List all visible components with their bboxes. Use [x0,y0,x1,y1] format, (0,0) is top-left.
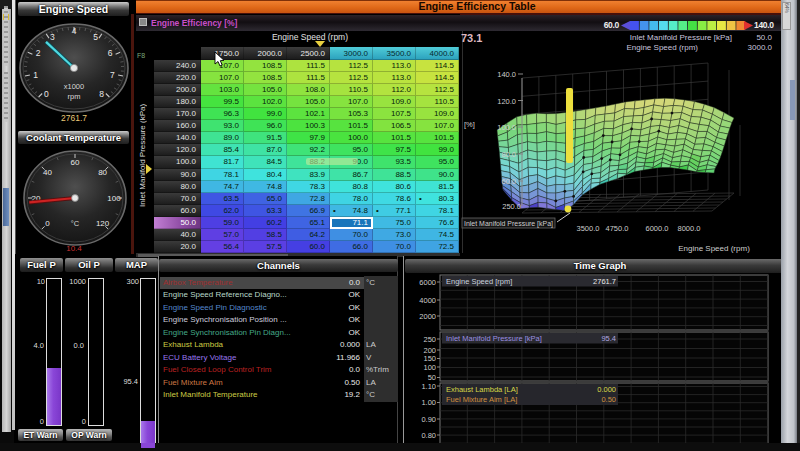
svg-text:Inlet Manifold Pressure [kPa]: Inlet Manifold Pressure [kPa] [464,220,553,228]
svg-text:7: 7 [110,70,115,80]
svg-text:0.90: 0.90 [421,415,436,424]
svg-text:0: 0 [45,219,50,228]
svg-text:6000: 6000 [419,278,436,287]
svg-text:140.0: 140.0 [497,70,516,79]
svg-text:2761.7: 2761.7 [593,277,616,286]
svg-text:8: 8 [99,89,104,99]
svg-text:6000.0: 6000.0 [646,224,669,233]
svg-text:120.0: 120.0 [497,97,516,106]
svg-text:5: 5 [93,32,98,42]
svg-text:100: 100 [107,194,121,203]
svg-text:3500.0: 3500.0 [577,224,600,233]
svg-text:Engine Speed (rpm): Engine Speed (rpm) [678,244,750,253]
svg-text:1.10: 1.10 [421,382,436,391]
svg-text:0.000: 0.000 [597,385,616,394]
svg-text:6: 6 [108,48,113,58]
svg-text:0.50: 0.50 [601,395,616,404]
svg-text:Fuel Mixture Aim [LA]: Fuel Mixture Aim [LA] [446,395,517,404]
svg-text:100.0: 100.0 [497,123,516,132]
svg-text:4000: 4000 [419,296,436,305]
svg-text:rpm: rpm [68,92,81,101]
svg-text:4750.0: 4750.0 [606,224,629,233]
svg-text:x1000: x1000 [64,82,84,91]
svg-text:[%]: [%] [464,120,475,129]
svg-text:60.0: 60.0 [501,177,516,186]
svg-text:250.0: 250.0 [502,202,521,211]
svg-text:2000: 2000 [419,312,436,321]
svg-text:80.0: 80.0 [501,150,516,159]
svg-text:2: 2 [36,48,41,58]
svg-text:Exhaust Lambda [LA]: Exhaust Lambda [LA] [446,385,518,394]
svg-text:°C: °C [71,219,80,228]
svg-text:1.00: 1.00 [421,398,436,407]
svg-text:120: 120 [96,219,110,228]
svg-text:0.80: 0.80 [421,431,436,440]
svg-text:8000.0: 8000.0 [678,224,701,233]
svg-text:80: 80 [98,168,107,177]
svg-text:95.4: 95.4 [601,334,616,343]
svg-text:250: 250 [423,335,436,344]
svg-text:60: 60 [71,158,80,167]
svg-text:Engine Speed [rpm]: Engine Speed [rpm] [446,277,512,286]
svg-text:0: 0 [44,89,49,99]
svg-text:100: 100 [423,363,436,372]
svg-text:40: 40 [43,168,52,177]
svg-text:Inlet Manifold Pressure [kPa]: Inlet Manifold Pressure [kPa] [446,334,542,343]
svg-text:1: 1 [33,70,38,80]
svg-text:4: 4 [72,26,77,36]
